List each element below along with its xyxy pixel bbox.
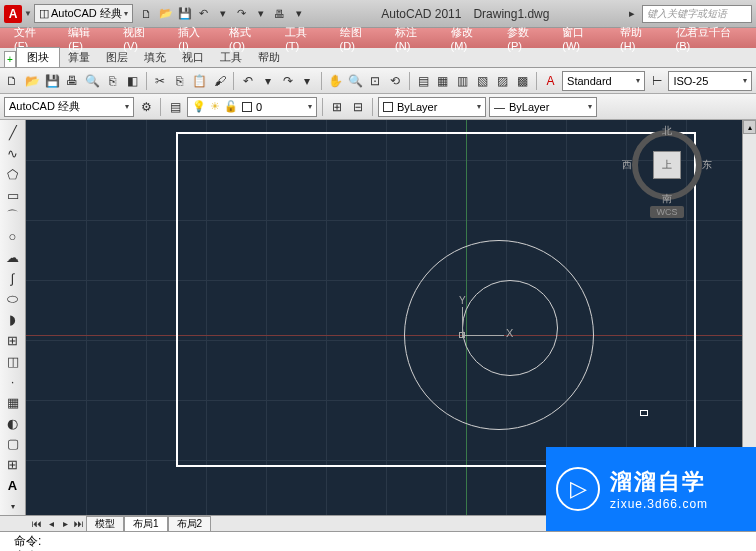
- gear-icon[interactable]: ⚙: [137, 98, 155, 116]
- first-tab-icon[interactable]: ⏮: [30, 518, 44, 529]
- app-icon[interactable]: A: [4, 5, 22, 23]
- ellipse-arc-icon[interactable]: ◗: [4, 311, 22, 329]
- layer-props-icon[interactable]: ▤: [166, 98, 184, 116]
- command-text[interactable]: 命令: 命令: MS MSPACE 命令:: [14, 534, 752, 551]
- revcloud-icon[interactable]: ☁: [4, 249, 22, 267]
- viewcube-face[interactable]: 上: [653, 151, 681, 179]
- linetype-selector[interactable]: — ByLayer ▾: [489, 97, 597, 117]
- tab-calc[interactable]: 算量: [60, 48, 98, 67]
- insert-icon[interactable]: ⊞: [4, 331, 22, 349]
- spline-icon[interactable]: ∫: [4, 269, 22, 287]
- compass-north[interactable]: 北: [662, 124, 672, 138]
- quickcalc-icon[interactable]: ▩: [514, 72, 531, 90]
- region-icon[interactable]: ▢: [4, 435, 22, 453]
- menu-parametric[interactable]: 参数(P): [497, 23, 552, 54]
- circle-icon[interactable]: ○: [4, 228, 22, 246]
- open-icon[interactable]: 📂: [24, 72, 41, 90]
- arrow-right-icon[interactable]: ▸: [624, 6, 640, 22]
- print-icon[interactable]: 🖶: [64, 72, 81, 90]
- properties-icon[interactable]: ▤: [415, 72, 432, 90]
- grip-icon[interactable]: [4, 534, 14, 551]
- tab-help[interactable]: 帮助: [250, 48, 288, 67]
- save-icon[interactable]: 💾: [44, 72, 61, 90]
- menu-modify[interactable]: 修改(M): [441, 23, 498, 54]
- dim-style-selector[interactable]: ISO-25 ▾: [668, 71, 751, 91]
- undo-icon[interactable]: ↶: [239, 72, 256, 90]
- new-icon[interactable]: 🗋: [139, 6, 155, 22]
- layer-iso-icon[interactable]: ⊟: [349, 98, 367, 116]
- last-tab-icon[interactable]: ⏭: [72, 518, 86, 529]
- paste-icon[interactable]: 📋: [191, 72, 208, 90]
- compass-west[interactable]: 西: [622, 158, 632, 172]
- toolpalettes-icon[interactable]: ▥: [454, 72, 471, 90]
- rectangle-icon[interactable]: ▭: [4, 186, 22, 204]
- menu-extra[interactable]: 亿君豆千台(B): [666, 23, 752, 54]
- redo-icon[interactable]: ↷: [279, 72, 296, 90]
- color-selector[interactable]: ByLayer ▾: [378, 97, 486, 117]
- markup-icon[interactable]: ▨: [494, 72, 511, 90]
- chevron-down-icon[interactable]: ▾: [291, 6, 307, 22]
- pan-icon[interactable]: ✋: [327, 72, 344, 90]
- tab-layout2[interactable]: 布局2: [168, 516, 212, 532]
- zoom-window-icon[interactable]: ⊡: [367, 72, 384, 90]
- workspace-selector[interactable]: ◫ AutoCAD 经典 ▾: [34, 4, 133, 23]
- compass-south[interactable]: 南: [662, 192, 672, 206]
- chevron-down-icon[interactable]: ▾: [215, 6, 231, 22]
- tab-hatch[interactable]: 填充: [136, 48, 174, 67]
- arc-icon[interactable]: ⌒: [4, 207, 22, 225]
- tab-viewport[interactable]: 视口: [174, 48, 212, 67]
- tab-layer[interactable]: 图层: [98, 48, 136, 67]
- ellipse-icon[interactable]: ⬭: [4, 290, 22, 308]
- chevron-down-icon[interactable]: ▾: [299, 72, 316, 90]
- chevron-down-icon[interactable]: ▾: [259, 72, 276, 90]
- menu-help[interactable]: 帮助(H): [610, 23, 666, 54]
- publish-icon[interactable]: ⎘: [104, 72, 121, 90]
- preview-icon[interactable]: 🔍: [84, 72, 101, 90]
- layer-selector[interactable]: 💡 ☀ 🔓 0 ▾: [187, 97, 317, 117]
- tab-block[interactable]: 图块: [16, 47, 60, 67]
- chevron-down-icon[interactable]: ▾: [4, 497, 22, 515]
- wcs-badge[interactable]: WCS: [650, 206, 684, 218]
- layer-state-icon[interactable]: ⊞: [328, 98, 346, 116]
- text-style-selector[interactable]: Standard ▾: [562, 71, 645, 91]
- polygon-icon[interactable]: ⬠: [4, 165, 22, 183]
- workspace-selector-2[interactable]: AutoCAD 经典 ▾: [4, 97, 134, 117]
- menu-draw[interactable]: 绘图(D): [330, 23, 386, 54]
- redo-icon[interactable]: ↷: [234, 6, 250, 22]
- open-icon[interactable]: 📂: [158, 6, 174, 22]
- compass-east[interactable]: 东: [702, 158, 712, 172]
- point-icon[interactable]: ·: [4, 373, 22, 391]
- plot-icon[interactable]: ◧: [124, 72, 141, 90]
- tab-expand-icon[interactable]: +: [4, 51, 16, 67]
- chevron-down-icon[interactable]: ▾: [253, 6, 269, 22]
- text-style-icon[interactable]: A: [542, 72, 559, 90]
- save-icon[interactable]: 💾: [177, 6, 193, 22]
- new-icon[interactable]: 🗋: [4, 72, 21, 90]
- tab-model[interactable]: 模型: [86, 516, 124, 532]
- hatch-icon[interactable]: ▦: [4, 394, 22, 412]
- table-icon[interactable]: ⊞: [4, 456, 22, 474]
- copy-icon[interactable]: ⎘: [171, 72, 188, 90]
- tab-tools[interactable]: 工具: [212, 48, 250, 67]
- dim-style-icon[interactable]: ⊢: [648, 72, 665, 90]
- prev-tab-icon[interactable]: ◂: [44, 518, 58, 529]
- scroll-up-icon[interactable]: ▴: [743, 120, 756, 134]
- zoom-icon[interactable]: 🔍: [347, 72, 364, 90]
- chevron-down-icon[interactable]: ▼: [24, 9, 32, 18]
- sheetset-icon[interactable]: ▧: [474, 72, 491, 90]
- viewcube-widget[interactable]: 上 北 南 东 西 WCS: [622, 130, 712, 218]
- cut-icon[interactable]: ✂: [152, 72, 169, 90]
- designcenter-icon[interactable]: ▦: [435, 72, 452, 90]
- command-line[interactable]: 命令: 命令: MS MSPACE 命令:: [0, 531, 756, 551]
- zoom-prev-icon[interactable]: ⟲: [387, 72, 404, 90]
- match-icon[interactable]: 🖌: [211, 72, 228, 90]
- next-tab-icon[interactable]: ▸: [58, 518, 72, 529]
- gradient-icon[interactable]: ◐: [4, 414, 22, 432]
- polyline-icon[interactable]: ∿: [4, 145, 22, 163]
- undo-icon[interactable]: ↶: [196, 6, 212, 22]
- search-input[interactable]: 键入关键字或短语: [642, 5, 752, 23]
- tab-layout1[interactable]: 布局1: [124, 516, 168, 532]
- line-icon[interactable]: ╱: [4, 124, 22, 142]
- mtext-icon[interactable]: A: [4, 477, 22, 495]
- menu-dimension[interactable]: 标注(N): [385, 23, 441, 54]
